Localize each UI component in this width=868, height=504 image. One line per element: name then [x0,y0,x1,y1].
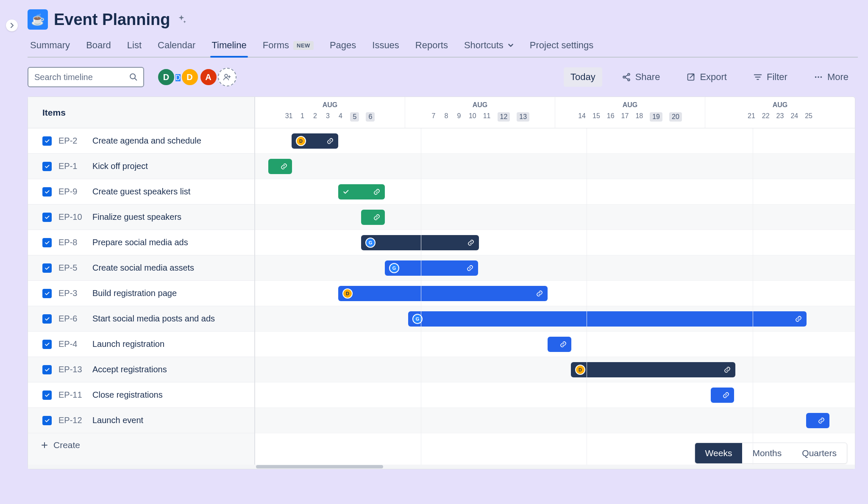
plus-icon [41,441,48,449]
task-row[interactable]: EP-6 Start social media posts and ads [28,306,254,332]
task-key: EP-3 [58,288,86,298]
day-label: 15 [593,112,600,122]
add-people-button[interactable] [218,68,236,86]
timeline-bar[interactable]: G [361,235,479,250]
timeline-bar[interactable]: G [385,260,478,276]
day-label: 9 [456,112,462,122]
timeline-bar[interactable]: D [338,286,548,301]
share-icon [622,72,631,82]
more-button[interactable]: More [807,67,855,87]
link-icon [326,137,334,145]
task-title: Close registrations [92,390,163,400]
task-title: Create guest speakers list [92,187,190,197]
nav-tab-shortcuts[interactable]: Shortcuts [464,35,514,57]
export-button[interactable]: Export [679,67,734,87]
svg-point-8 [820,76,822,78]
avatar-presence: D [175,74,181,81]
zoom-picker: WeeksMonthsQuarters [695,443,847,464]
task-row[interactable]: EP-5 Create social media assets [28,255,254,281]
timeline-bar[interactable] [548,337,571,352]
assignee-avatar: G [389,263,399,273]
avatar[interactable]: D [181,68,199,86]
day-label: 14 [578,112,586,122]
timeline-bar[interactable]: D [292,133,338,149]
day-label: 18 [635,112,643,122]
timeline-bar[interactable] [361,210,385,225]
timeline-row [255,154,855,179]
search-timeline[interactable] [28,67,144,87]
zoom-option-months[interactable]: Months [742,443,792,463]
link-icon [536,290,543,297]
task-row[interactable]: EP-13 Accept registrations [28,357,254,382]
avatar-group[interactable]: DDDA [157,68,236,86]
filter-button[interactable]: Filter [746,67,794,87]
nav-tab-calendar[interactable]: Calendar [158,35,195,57]
nav-tab-board[interactable]: Board [86,35,111,57]
nav-tab-reports[interactable]: Reports [415,35,448,57]
day-label: 3 [325,112,331,122]
link-icon [280,163,288,170]
timeline-bar[interactable] [268,159,292,174]
task-row[interactable]: EP-8 Prepare social media ads [28,230,254,255]
filter-icon [753,72,762,82]
link-icon [723,366,731,374]
create-issue-button[interactable]: Create [28,433,254,457]
task-title: Launch event [92,415,143,425]
timeline-board: Items EP-2 Create agenda and schedule EP… [28,97,855,469]
assignee-avatar: D [342,288,353,299]
task-row[interactable]: EP-3 Build registration page [28,281,254,306]
nav-tab-list[interactable]: List [127,35,142,57]
task-row[interactable]: EP-1 Kick off project [28,154,254,179]
zoom-option-quarters[interactable]: Quarters [792,443,847,463]
task-row[interactable]: EP-9 Create guest speakers list [28,179,254,205]
task-row[interactable]: EP-2 Create agenda and schedule [28,128,254,154]
timeline-bar[interactable] [711,388,734,403]
task-type-icon [42,365,52,374]
search-input[interactable] [34,72,125,82]
assignee-avatar: G [365,238,376,248]
avatar[interactable]: D [157,68,175,86]
items-column-header: Items [28,97,254,128]
ai-sparkle-icon[interactable] [176,14,187,25]
day-label: 4 [337,112,343,122]
day-label: 21 [748,112,755,120]
task-key: EP-1 [58,161,86,171]
timeline-row: D [255,357,855,382]
timeline-bar[interactable]: D [571,362,735,377]
task-type-icon [42,314,52,324]
nav-tab-timeline[interactable]: Timeline [211,35,246,57]
more-icon [814,72,823,82]
avatar[interactable]: A [199,68,218,86]
timeline-bar[interactable] [806,413,829,428]
task-title: Create agenda and schedule [92,136,201,146]
task-title: Accept registrations [92,365,167,374]
project-nav: SummaryBoardListCalendarTimelineFormsNEW… [28,35,858,58]
timeline-bar[interactable] [338,184,385,199]
task-type-icon [42,213,52,222]
nav-tab-pages[interactable]: Pages [330,35,356,57]
nav-tab-forms[interactable]: FormsNEW [263,35,314,57]
nav-tab-project-settings[interactable]: Project settings [530,35,593,57]
task-type-icon [42,187,52,197]
today-button[interactable]: Today [564,67,602,87]
task-key: EP-9 [58,187,86,197]
sidebar-expand-button[interactable] [6,19,18,31]
nav-tab-summary[interactable]: Summary [30,35,70,57]
horizontal-scrollbar[interactable] [28,465,855,469]
task-type-icon [42,238,52,247]
task-row[interactable]: EP-12 Launch event [28,408,254,433]
task-row[interactable]: EP-11 Close registrations [28,382,254,408]
day-label: 17 [621,112,629,122]
task-key: EP-8 [58,238,86,247]
link-icon [722,391,730,399]
task-row[interactable]: EP-10 Finalize guest speakers [28,205,254,230]
nav-tab-issues[interactable]: Issues [372,35,399,57]
timeline-bar[interactable]: G [408,311,807,327]
day-label: 12 [498,112,510,122]
link-icon [373,213,381,221]
zoom-option-weeks[interactable]: Weeks [695,443,743,463]
task-row[interactable]: EP-4 Launch registration [28,332,254,357]
share-button[interactable]: Share [615,67,667,87]
task-key: EP-12 [58,415,86,425]
task-key: EP-4 [58,339,86,349]
